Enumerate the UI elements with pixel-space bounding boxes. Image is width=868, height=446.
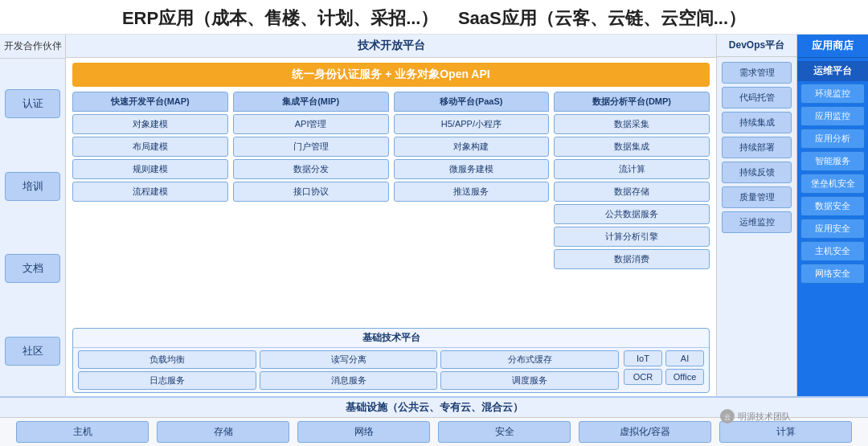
base-tech-section: 基础技术平台 负载均衡 读写分离 分布式缓存 日志服务 消息服务 (72, 328, 710, 393)
base-tech-iot[interactable]: IoT (624, 350, 662, 366)
devops-item-5[interactable]: 质量管理 (722, 186, 792, 208)
platform-col-paas: 移动平台(PaaS) H5/APP/小程序 对象构建 微服务建模 推送服务 (394, 92, 550, 325)
right-appstore: 应用商店 运维平台 环境监控 应用监控 应用分析 智能服务 堡垒机安全 数据安全… (797, 35, 868, 396)
devops-items: 需求管理 代码托管 持续集成 持续部署 持续反馈 质量管理 运维监控 (717, 57, 796, 396)
base-tech-cache[interactable]: 分布式缓存 (440, 350, 619, 369)
base-tech-log[interactable]: 日志服务 (78, 371, 256, 390)
base-tech-rows: 负载均衡 读写分离 分布式缓存 日志服务 消息服务 调度服务 (78, 350, 704, 390)
mip-item-1[interactable]: 门户管理 (233, 137, 389, 157)
content-area: 开发合作伙伴 认证 培训 文档 社区 技术开放平台 统一身份认证服务 + 业务对… (0, 35, 868, 396)
dmp-body: 数据采集 数据集成 流计算 数据存储 公共数据服务 计算分析引擎 数据消费 (554, 112, 710, 325)
ops-item-8[interactable]: 网络安全 (800, 264, 865, 284)
map-body: 对象建模 布局建模 规则建模 流程建模 (72, 112, 228, 325)
base-tech-title: 基础技术平台 (73, 329, 709, 348)
watermark-icon: 云 (720, 409, 735, 423)
top-title: ERP应用（成本、售楼、计划、采招...） SaaS应用（云客、云链、云空间..… (0, 0, 868, 35)
paas-item-3[interactable]: 推送服务 (394, 182, 550, 202)
appstore-title: 应用商店 (797, 35, 868, 58)
platform-col-map: 快速开发平台(MAP) 对象建模 布局建模 规则建模 流程建模 (72, 92, 228, 325)
base-tech-ocr[interactable]: OCR (624, 369, 662, 385)
infra-storage[interactable]: 存储 (157, 421, 289, 443)
tech-platform-header: 技术开放平台 (66, 35, 716, 58)
base-tech-ai[interactable]: AI (665, 350, 704, 366)
dmp-header: 数据分析平台(DMP) (554, 92, 710, 112)
map-item-0[interactable]: 对象建模 (72, 114, 228, 134)
devops-item-0[interactable]: 需求管理 (722, 62, 792, 84)
ops-platform-title: 运维平台 (797, 61, 868, 81)
platform-col-dmp: 数据分析平台(DMP) 数据采集 数据集成 流计算 数据存储 公共数据服务 计算… (554, 92, 710, 325)
base-tech-row1: 负载均衡 读写分离 分布式缓存 (78, 350, 619, 369)
ops-item-0[interactable]: 环境监控 (800, 84, 865, 104)
watermark-text: 明源技术团队 (738, 411, 791, 423)
base-tech-row-iot: IoT AI (624, 350, 704, 366)
base-tech-load[interactable]: 负载均衡 (78, 350, 256, 369)
mip-header: 集成平台(MIP) (233, 92, 389, 112)
svg-text:云: 云 (724, 414, 731, 421)
mip-item-3[interactable]: 接口协议 (233, 182, 389, 202)
devops-item-2[interactable]: 持续集成 (722, 112, 792, 133)
dmp-item-2[interactable]: 流计算 (554, 159, 710, 179)
ops-item-5[interactable]: 数据安全 (800, 196, 865, 216)
dmp-item-1[interactable]: 数据集成 (554, 137, 710, 157)
ops-item-3[interactable]: 智能服务 (800, 151, 865, 171)
dmp-item-0[interactable]: 数据采集 (554, 114, 710, 134)
infra-host[interactable]: 主机 (16, 421, 149, 443)
ops-items: 环境监控 应用监控 应用分析 智能服务 堡垒机安全 数据安全 应用安全 主机安全… (797, 81, 868, 396)
base-tech-row-ocr: OCR Office (624, 369, 704, 385)
right-devops: DevOps平台 需求管理 代码托管 持续集成 持续部署 持续反馈 质量管理 运… (717, 35, 797, 396)
sidebar-item-doc[interactable]: 文档 (5, 254, 60, 283)
sidebar-item-auth[interactable]: 认证 (5, 89, 60, 118)
dmp-item-4[interactable]: 公共数据服务 (554, 204, 710, 224)
map-header: 快速开发平台(MAP) (72, 92, 228, 112)
ops-item-6[interactable]: 应用安全 (800, 219, 865, 239)
ops-item-1[interactable]: 应用监控 (800, 106, 865, 126)
base-tech-items: 负载均衡 读写分离 分布式缓存 日志服务 消息服务 调度服务 (73, 348, 709, 392)
base-tech-mq[interactable]: 消息服务 (260, 371, 438, 390)
mip-body: API管理 门户管理 数据分发 接口协议 (233, 112, 389, 325)
sidebar-item-train[interactable]: 培训 (5, 172, 60, 201)
left-sidebar-items: 认证 培训 文档 社区 (0, 59, 65, 396)
dmp-item-3[interactable]: 数据存储 (554, 182, 710, 202)
watermark: 云 明源技术团队 (720, 409, 791, 423)
dmp-item-5[interactable]: 计算分析引擎 (554, 227, 710, 247)
saas-title: SaaS应用（云客、云链、云空间...） (458, 8, 746, 28)
map-item-2[interactable]: 规则建模 (72, 159, 228, 179)
map-item-3[interactable]: 流程建模 (72, 182, 228, 202)
infra-security[interactable]: 安全 (438, 421, 571, 443)
base-tech-row2: 日志服务 消息服务 调度服务 (78, 371, 619, 390)
ops-item-7[interactable]: 主机安全 (800, 241, 865, 261)
devops-item-4[interactable]: 持续反馈 (722, 162, 792, 183)
dmp-item-6[interactable]: 数据消费 (554, 249, 710, 269)
mip-item-2[interactable]: 数据分发 (233, 159, 389, 179)
paas-item-2[interactable]: 微服务建模 (394, 159, 550, 179)
base-tech-left: 负载均衡 读写分离 分布式缓存 日志服务 消息服务 调度服务 (78, 350, 619, 390)
left-sidebar-title: 开发合作伙伴 (0, 35, 65, 59)
base-tech-sched[interactable]: 调度服务 (440, 371, 619, 390)
devops-title: DevOps平台 (717, 35, 796, 57)
erp-title: ERP应用（成本、售楼、计划、采招...） (122, 8, 439, 28)
ops-item-2[interactable]: 应用分析 (800, 129, 865, 149)
platform-grid: 快速开发平台(MAP) 对象建模 布局建模 规则建模 流程建模 集成平台(MIP… (66, 92, 716, 328)
devops-item-1[interactable]: 代码托管 (722, 87, 792, 108)
devops-item-6[interactable]: 运维监控 (722, 211, 792, 233)
infra-virt[interactable]: 虚拟化/容器 (579, 421, 711, 443)
left-sidebar: 开发合作伙伴 认证 培训 文档 社区 (0, 35, 66, 396)
mip-item-0[interactable]: API管理 (233, 114, 389, 134)
devops-item-3[interactable]: 持续部署 (722, 137, 792, 158)
base-tech-office[interactable]: Office (665, 369, 704, 385)
center-main: 技术开放平台 统一身份认证服务 + 业务对象Open API 快速开发平台(MA… (66, 35, 717, 396)
infra-network[interactable]: 网络 (297, 421, 430, 443)
base-tech-rw[interactable]: 读写分离 (260, 350, 438, 369)
auth-bar: 统一身份认证服务 + 业务对象Open API (72, 63, 710, 87)
map-item-1[interactable]: 布局建模 (72, 137, 228, 157)
platform-col-mip: 集成平台(MIP) API管理 门户管理 数据分发 接口协议 (233, 92, 389, 325)
paas-item-1[interactable]: 对象构建 (394, 137, 550, 157)
ops-item-4[interactable]: 堡垒机安全 (800, 174, 865, 194)
paas-body: H5/APP/小程序 对象构建 微服务建模 推送服务 (394, 112, 550, 325)
main-wrapper: ERP应用（成本、售楼、计划、采招...） SaaS应用（云客、云链、云空间..… (0, 0, 868, 446)
paas-item-0[interactable]: H5/APP/小程序 (394, 114, 550, 134)
infra-compute[interactable]: 计算 (719, 421, 852, 443)
sidebar-item-community[interactable]: 社区 (5, 337, 60, 366)
paas-header: 移动平台(PaaS) (394, 92, 550, 112)
base-tech-right: IoT AI OCR Office (624, 350, 704, 390)
